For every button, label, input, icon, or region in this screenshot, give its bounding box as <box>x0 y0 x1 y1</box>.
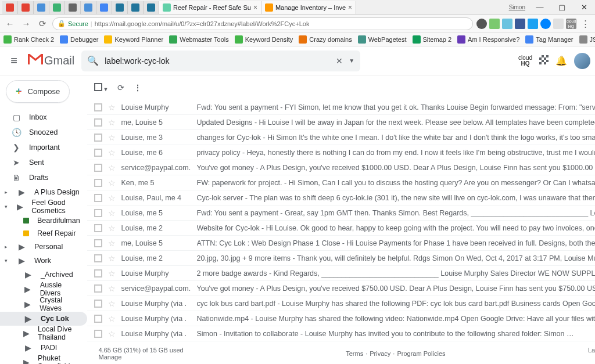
browser-tab[interactable] <box>18 1 34 14</box>
row-checkbox[interactable] <box>94 330 102 338</box>
row-checkbox[interactable] <box>94 118 102 127</box>
email-row[interactable]: ☆ Louise Murphy 2 more badge awards - Ki… <box>87 266 596 281</box>
sidebar-label-a-plus[interactable]: ▸▶A Plus Design <box>0 185 87 199</box>
browser-tab[interactable] <box>81 1 96 14</box>
browser-tab[interactable] <box>96 1 112 14</box>
ext-cloudhq-icon[interactable]: cloudHQ <box>566 19 576 29</box>
ext-icon-2[interactable] <box>489 19 500 29</box>
email-list[interactable]: ☆ Louise Murphy Fwd: You sent a payment … <box>87 100 596 343</box>
tab-close-icon[interactable]: × <box>253 3 257 12</box>
row-checkbox[interactable] <box>94 284 102 293</box>
email-row[interactable]: ☆ me, Louise 5 Updated Designs - Hi Loui… <box>87 115 596 130</box>
browser-tab[interactable] <box>34 1 49 14</box>
email-row[interactable]: ☆ Louise, Paul, me 4 Cyc-lok server - Th… <box>87 190 596 206</box>
gmail-logo[interactable]: Gmail <box>28 53 74 68</box>
star-icon[interactable]: ☆ <box>108 193 116 203</box>
select-all-checkbox[interactable]: ▼ <box>94 83 109 93</box>
email-row[interactable]: ☆ Louise, me 5 Fwd: You sent a payment -… <box>87 206 596 221</box>
email-row[interactable]: ☆ Louise Murphy (via . cyc lok bus card … <box>87 296 596 311</box>
star-icon[interactable]: ☆ <box>108 224 116 233</box>
email-row[interactable]: ☆ service@paypal.com.. You've got money … <box>87 160 596 175</box>
browser-tab[interactable] <box>144 1 159 14</box>
star-icon[interactable]: ☆ <box>108 208 116 218</box>
bookmark-item[interactable]: JSON STDT <box>579 35 595 44</box>
reload-button[interactable]: ⟳ <box>36 17 49 30</box>
email-row[interactable]: ☆ Louise Murphy Fwd: You sent a payment … <box>87 100 596 115</box>
browser-tab[interactable] <box>2 1 18 14</box>
manage-storage-link[interactable]: Manage <box>99 354 184 361</box>
bookmark-item[interactable]: Keyword Planner <box>104 35 163 44</box>
browser-menu-icon[interactable]: ⋮ <box>579 17 592 30</box>
sidebar-label-phuket[interactable]: ▶Phuket Spearfishing <box>0 355 87 364</box>
compose-button[interactable]: + Compose <box>6 80 70 103</box>
search-clear-icon[interactable]: ✕ <box>336 56 343 66</box>
window-minimize[interactable]: — <box>529 0 551 15</box>
sidebar-label-work[interactable]: ▾▶Work <box>0 254 87 268</box>
cloudhq-logo[interactable]: cloudHQ <box>518 55 532 67</box>
sidebar-item[interactable]: 🕓Snoozed <box>0 125 87 140</box>
apps-icon[interactable] <box>539 55 549 66</box>
more-actions-icon[interactable]: ⋮ <box>134 83 142 92</box>
star-icon[interactable]: ☆ <box>108 103 116 112</box>
details-link[interactable]: Details <box>588 354 595 361</box>
browser-tab[interactable] <box>112 1 128 14</box>
star-icon[interactable]: ☆ <box>108 299 116 308</box>
email-row[interactable]: ☆ Louise Murphy (via . Simon - Invitatio… <box>87 326 596 341</box>
main-menu-icon[interactable]: ≡ <box>7 54 21 67</box>
browser-tab[interactable]: Manage Inventory – Inve× <box>261 1 356 14</box>
tab-close-icon[interactable]: × <box>348 3 352 12</box>
sidebar-label-beardiful[interactable]: Beardifulman <box>0 214 87 227</box>
email-row[interactable]: ☆ Louise, me 3 changes for Cyc-lok - Hi … <box>87 130 596 145</box>
email-row[interactable]: ☆ Louise, me 2 20.jpg, 30.jpg + 9 more i… <box>87 251 596 266</box>
star-icon[interactable]: ☆ <box>108 118 116 127</box>
row-checkbox[interactable] <box>94 164 102 172</box>
ext-icon-5[interactable] <box>528 19 538 29</box>
sidebar-label-cyclok[interactable]: ▶Cyc Lok <box>0 312 87 326</box>
bookmark-item[interactable]: Tag Manager <box>525 35 573 44</box>
terms-link[interactable]: Terms <box>346 350 363 357</box>
sidebar-label-crystal[interactable]: ▶Crystal Waves <box>0 297 87 312</box>
row-checkbox[interactable] <box>94 179 102 187</box>
sidebar-label-archived[interactable]: ▶_Archived <box>0 268 87 282</box>
sidebar-label-aussie[interactable]: ▶Aussie Divers <box>0 282 87 297</box>
row-checkbox[interactable] <box>94 134 102 142</box>
policies-link[interactable]: Program Policies <box>397 350 445 357</box>
star-icon[interactable]: ☆ <box>108 133 116 142</box>
sidebar-item[interactable]: ➤Sent <box>0 155 87 170</box>
search-dropdown-icon[interactable]: ▼ <box>349 57 354 64</box>
privacy-link[interactable]: Privacy <box>370 350 390 357</box>
bookmark-item[interactable]: Webmaster Tools <box>169 35 229 44</box>
bookmark-item[interactable]: Crazy domains <box>299 35 352 44</box>
bookmark-item[interactable]: WebPagetest <box>358 35 407 44</box>
browser-tab[interactable] <box>49 1 65 14</box>
back-button[interactable]: ← <box>3 17 16 30</box>
user-label[interactable]: Simon <box>506 4 529 10</box>
sidebar-label-padi[interactable]: ▶PADI <box>0 341 87 355</box>
ext-icon-1[interactable] <box>476 19 487 29</box>
row-checkbox[interactable] <box>94 269 102 277</box>
star-icon[interactable]: ☆ <box>108 314 116 323</box>
email-row[interactable]: ☆ me, Louise 5 ATTN: Cyc Lok : Web Desig… <box>87 236 596 251</box>
star-icon[interactable]: ☆ <box>108 239 116 248</box>
search-input[interactable]: label:work-cyc-lok <box>105 56 330 66</box>
row-checkbox[interactable] <box>94 194 102 202</box>
sidebar-label-fgc[interactable]: ▾▶Feel Good Cosmetics <box>0 199 87 214</box>
sidebar-label-local[interactable]: ▶Local Dive Thailand <box>0 326 87 341</box>
email-row[interactable]: ☆ service@paypal.com.. You've got money … <box>87 281 596 296</box>
search-bar[interactable]: 🔍 label:work-cyc-lok ✕ ▼ <box>81 51 360 71</box>
bookmark-item[interactable]: Debugger <box>60 35 98 44</box>
window-maximize[interactable]: ▢ <box>551 0 573 15</box>
row-checkbox[interactable] <box>94 209 102 217</box>
account-avatar[interactable] <box>574 53 590 69</box>
email-row[interactable]: ☆ Ken, me 5 FW: paperwork for project. -… <box>87 175 596 190</box>
ext-icon-4[interactable] <box>515 19 525 29</box>
row-checkbox[interactable] <box>94 315 102 323</box>
star-icon[interactable]: ☆ <box>108 178 116 188</box>
star-icon[interactable]: ☆ <box>108 329 116 338</box>
email-row[interactable]: ☆ Louise, me 2 Website for Cyc-lok - Hi … <box>87 221 596 236</box>
star-icon[interactable]: ☆ <box>108 284 116 293</box>
ext-icon-7[interactable] <box>553 19 564 29</box>
browser-tab[interactable] <box>65 1 81 14</box>
refresh-button[interactable]: ⟳ <box>117 83 124 92</box>
row-checkbox[interactable] <box>94 103 102 111</box>
